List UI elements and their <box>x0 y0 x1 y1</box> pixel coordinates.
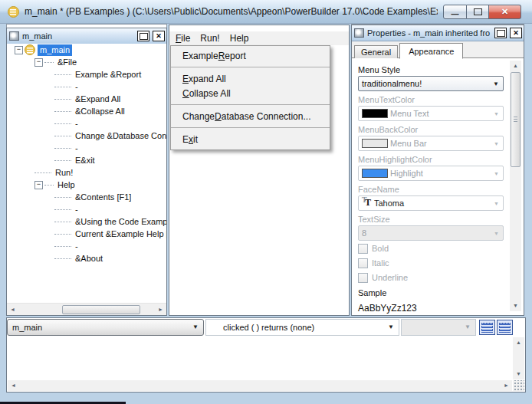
underline-checkbox-label: Underline <box>372 273 408 282</box>
tree-expander-icon[interactable]: − <box>34 58 43 67</box>
tree-item[interactable]: Run! <box>7 166 166 179</box>
tab-general[interactable]: General <box>354 45 398 58</box>
tree-horizontal-scrollbar[interactable]: ◄ ► <box>7 303 166 315</box>
tab-appearance[interactable]: Appearance <box>399 43 463 59</box>
scroll-left-icon[interactable]: ◄ <box>11 383 16 388</box>
tree-item[interactable]: &About <box>7 252 166 264</box>
tree-item[interactable]: Example &Report <box>7 68 166 80</box>
properties-content: Menu Styletraditionalmenu!▼MenuTextColor… <box>352 57 524 315</box>
tree-item[interactable]: E&xit <box>7 154 166 166</box>
tree-item[interactable]: - <box>7 117 166 130</box>
app-menu-icon <box>8 6 19 18</box>
menu-painter-icon <box>9 31 19 41</box>
close-button[interactable]: ✕ <box>489 5 521 19</box>
scrollbar-thumb[interactable] <box>511 72 521 167</box>
script-toolbar-button-1[interactable] <box>479 320 495 335</box>
properties-close-button[interactable]: ✕ <box>510 28 522 38</box>
tree-connector <box>44 61 54 63</box>
tree-item-label: &Collapse All <box>73 106 127 117</box>
tree-close-button[interactable]: ✕ <box>153 31 165 41</box>
facename-combo-value: Tahoma <box>374 199 404 208</box>
minimize-icon: — <box>452 13 459 16</box>
restore-button[interactable] <box>467 5 489 19</box>
event-combo[interactable]: clicked ( ) returns (none) ▼ <box>205 319 399 336</box>
facename-combo[interactable]: TTTahoma▼ <box>358 195 504 211</box>
scroll-down-icon[interactable]: ▼ <box>513 371 524 377</box>
tree-item[interactable]: −Help <box>7 179 166 191</box>
tree-item[interactable]: &Expand All <box>7 93 166 105</box>
scroll-left-icon[interactable]: ◄ <box>10 307 15 312</box>
menu-item-example-report[interactable]: Example Report <box>171 48 330 63</box>
tree-content: −m_main−&FileExample &Report-&Expand All… <box>7 44 166 304</box>
event-combo-value: clicked ( ) returns (none) <box>223 323 314 332</box>
menu-item-exit[interactable]: Exit <box>171 132 330 146</box>
properties-window: Properties - m_main inherited fro ✕ Gene… <box>351 25 524 316</box>
tree-item[interactable]: - <box>7 142 166 154</box>
tree-connector <box>54 74 71 75</box>
properties-title: Properties - m_main inherited fro <box>367 28 491 38</box>
scroll-right-icon[interactable]: ► <box>504 383 509 388</box>
properties-vertical-scrollbar[interactable]: ▲ ▼ <box>510 61 521 311</box>
textsize-combo[interactable]: 8▼ <box>358 225 504 241</box>
editor-vertical-scrollbar[interactable]: ▲ ▼ <box>513 337 524 379</box>
tree-expander-icon[interactable]: − <box>34 181 43 189</box>
tree-item[interactable]: &Contents [F1] <box>7 191 166 203</box>
third-combo[interactable]: ▼ <box>401 319 476 336</box>
script-toolbar-button-2[interactable] <box>497 320 513 335</box>
tree-item[interactable]: - <box>7 80 166 93</box>
script-editor-panel: m_main ▼ clicked ( ) returns (none) ▼ ▼ … <box>6 317 526 393</box>
tree-item-label: &File <box>55 57 79 68</box>
editor-horizontal-scrollbar[interactable]: ◄ ► <box>8 380 512 391</box>
tree-item[interactable]: −&File <box>7 56 166 68</box>
object-combo[interactable]: m_main ▼ <box>7 319 204 336</box>
tree-maximize-button[interactable] <box>137 31 149 41</box>
scroll-right-icon[interactable]: ► <box>158 307 163 312</box>
menu-item-change-database-connection[interactable]: Change Database Connection... <box>171 109 330 123</box>
properties-tabs: GeneralAppearance <box>352 41 524 58</box>
tree-connector <box>54 221 71 222</box>
menutextcolor-combo-value: Menu Text <box>390 109 429 118</box>
minimize-button[interactable]: — <box>443 5 467 19</box>
menuhighlightcolor-combo[interactable]: Highlight▼ <box>358 166 504 181</box>
italic-checkbox[interactable] <box>358 258 368 268</box>
menu-style-combo[interactable]: traditionalmenu!▼ <box>358 76 504 91</box>
tree-item-label: - <box>73 143 80 154</box>
menu-item-expand-all[interactable]: Expand All <box>171 71 330 86</box>
menubar-item-run[interactable]: Run! <box>200 33 219 44</box>
menubackcolor-combo[interactable]: Menu Bar▼ <box>358 136 504 151</box>
tree-item[interactable]: Change &Database Conne <box>7 130 166 142</box>
tree-window-titlebar: m_main ✕ <box>7 28 166 44</box>
menubackcolor-label: MenuBackColor <box>358 125 504 134</box>
tree-connector <box>54 147 71 149</box>
scrollbar-thumb[interactable] <box>62 305 140 314</box>
file-menu-popup: Example ReportExpand AllCollapse AllChan… <box>170 45 330 150</box>
tree-item-label: Run! <box>53 167 75 179</box>
underline-checkbox[interactable] <box>358 273 368 283</box>
scroll-up-icon[interactable]: ▲ <box>513 340 524 346</box>
menubar-item-file[interactable]: File <box>176 33 190 44</box>
window-controls: — ✕ <box>443 5 521 19</box>
properties-maximize-button[interactable] <box>494 28 507 38</box>
script-editor-area[interactable] <box>8 337 512 379</box>
tree-connector <box>54 196 71 198</box>
menutextcolor-combo[interactable]: Menu Text▼ <box>358 106 504 121</box>
bold-checkbox[interactable] <box>358 244 368 254</box>
scroll-down-icon[interactable]: ▼ <box>510 303 521 309</box>
menu-style-label: Menu Style <box>358 65 504 74</box>
bold-checkbox-row: Bold <box>358 241 504 255</box>
menuhighlightcolor-combo-value: Highlight <box>390 169 423 178</box>
scroll-up-icon[interactable]: ▲ <box>510 63 521 69</box>
tree-connector <box>44 184 54 186</box>
font-sample-text: AaBbYyZz123 <box>358 303 504 314</box>
tree-item[interactable]: −m_main <box>7 44 166 56</box>
tree-item[interactable]: &Using the Code Examples <box>7 215 166 228</box>
menu-item-collapse-all[interactable]: Collapse All <box>171 86 330 100</box>
tree-item[interactable]: Current &Example Help [S <box>7 228 166 240</box>
resize-grip <box>513 380 524 391</box>
menubar-item-help[interactable]: Help <box>230 33 249 44</box>
tree-item[interactable]: - <box>7 203 166 215</box>
tree-item[interactable]: - <box>7 240 166 252</box>
properties-icon <box>354 28 364 38</box>
tree-expander-icon[interactable]: − <box>15 46 23 54</box>
tree-item[interactable]: &Collapse All <box>7 105 166 117</box>
